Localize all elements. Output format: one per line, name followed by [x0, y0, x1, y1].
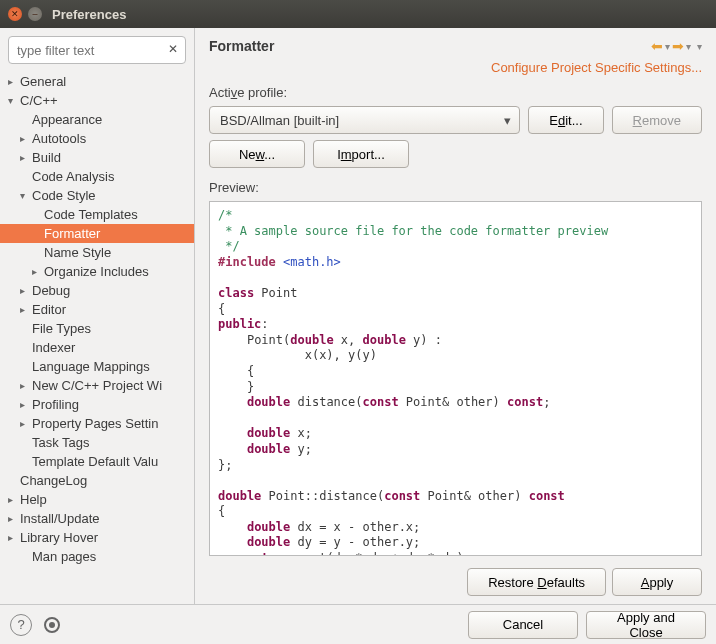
remove-button[interactable]: Remove [612, 106, 702, 134]
tree-item-libraryhover[interactable]: ▸Library Hover [0, 528, 194, 547]
tree-item-filetypes[interactable]: File Types [0, 319, 194, 338]
tree-item-appearance[interactable]: Appearance [0, 110, 194, 129]
tree-item-proppages[interactable]: ▸Property Pages Settin [0, 414, 194, 433]
tree-item-editor[interactable]: ▸Editor [0, 300, 194, 319]
edit-button[interactable]: Edit... [528, 106, 603, 134]
main-panel: Formatter ⬅ ▾ ➡ ▾ ▾ Configure Project Sp… [195, 28, 716, 604]
titlebar: ✕ – Preferences [0, 0, 716, 28]
tree-item-installupdate[interactable]: ▸Install/Update [0, 509, 194, 528]
active-profile-label: Active profile: [209, 85, 702, 100]
progress-icon[interactable] [44, 617, 60, 633]
filter-input[interactable] [8, 36, 186, 64]
nav-back-menu-icon[interactable]: ▾ [665, 41, 670, 52]
tree-item-ccpp[interactable]: ▾C/C++ [0, 91, 194, 110]
tree-item-langmappings[interactable]: Language Mappings [0, 357, 194, 376]
tree-item-codeanalysis[interactable]: Code Analysis [0, 167, 194, 186]
nav-menu-icon[interactable]: ▾ [697, 41, 702, 52]
tree-item-changelog[interactable]: ChangeLog [0, 471, 194, 490]
tree-item-profiling[interactable]: ▸Profiling [0, 395, 194, 414]
tree-item-formatter[interactable]: Formatter [0, 224, 194, 243]
tree-item-build[interactable]: ▸Build [0, 148, 194, 167]
cancel-button[interactable]: Cancel [468, 611, 578, 639]
tree-item-help[interactable]: ▸Help [0, 490, 194, 509]
tree-item-debug[interactable]: ▸Debug [0, 281, 194, 300]
tree-item-general[interactable]: ▸General [0, 72, 194, 91]
close-window-button[interactable]: ✕ [8, 7, 22, 21]
tree-item-organizeincludes[interactable]: ▸Organize Includes [0, 262, 194, 281]
nav-forward-menu-icon[interactable]: ▾ [686, 41, 691, 52]
active-profile-combo[interactable]: BSD/Allman [built-in] [209, 106, 520, 134]
apply-button[interactable]: Apply [612, 568, 702, 596]
import-button[interactable]: Import... [313, 140, 409, 168]
preview-label: Preview: [209, 180, 702, 195]
new-button[interactable]: New... [209, 140, 305, 168]
preview-pane: /* * A sample source file for the code f… [209, 201, 702, 556]
tree-item-manpages[interactable]: Man pages [0, 547, 194, 566]
nav-forward-icon[interactable]: ➡ [672, 38, 684, 54]
restore-defaults-button[interactable]: Restore Defaults [467, 568, 606, 596]
page-heading: Formatter [209, 38, 274, 54]
nav-back-icon[interactable]: ⬅ [651, 38, 663, 54]
configure-project-link[interactable]: Configure Project Specific Settings... [491, 60, 702, 75]
tree-item-codestyle[interactable]: ▾Code Style [0, 186, 194, 205]
tree-item-tasktags[interactable]: Task Tags [0, 433, 194, 452]
apply-and-close-button[interactable]: Apply and Close [586, 611, 706, 639]
sidebar: ✕ ▸General ▾C/C++ Appearance ▸Autotools … [0, 28, 195, 604]
nav-arrows: ⬅ ▾ ➡ ▾ ▾ [651, 38, 702, 54]
tree-item-templatedefault[interactable]: Template Default Valu [0, 452, 194, 471]
tree-item-namestyle[interactable]: Name Style [0, 243, 194, 262]
tree-item-autotools[interactable]: ▸Autotools [0, 129, 194, 148]
tree-item-codetemplates[interactable]: Code Templates [0, 205, 194, 224]
minimize-window-button[interactable]: – [28, 7, 42, 21]
preference-tree[interactable]: ▸General ▾C/C++ Appearance ▸Autotools ▸B… [0, 72, 194, 604]
clear-filter-icon[interactable]: ✕ [168, 42, 178, 56]
help-icon[interactable]: ? [10, 614, 32, 636]
footer: ? Cancel Apply and Close [0, 604, 716, 644]
tree-item-indexer[interactable]: Indexer [0, 338, 194, 357]
tree-item-newprojwiz[interactable]: ▸New C/C++ Project Wi [0, 376, 194, 395]
window-title: Preferences [52, 7, 126, 22]
